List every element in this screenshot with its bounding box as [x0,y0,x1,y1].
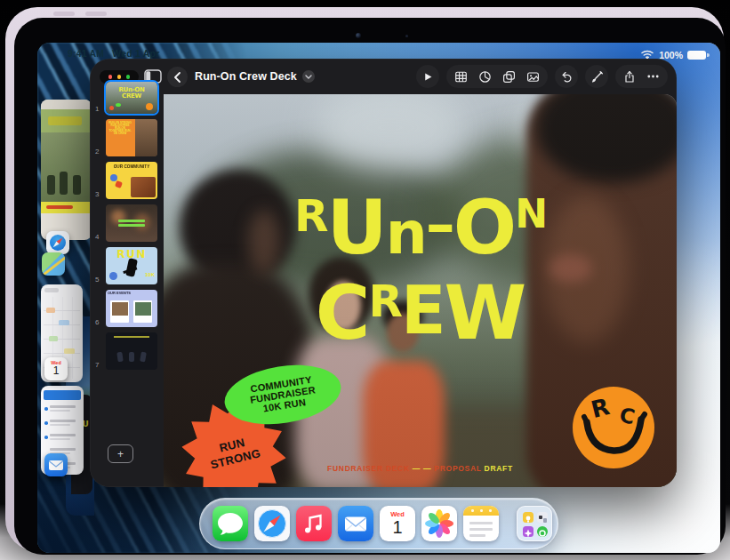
minimize-dot-icon [117,75,122,79]
notes-app-icon[interactable] [463,506,499,541]
zoom-dot-icon [126,75,131,79]
messages-app-icon[interactable] [213,506,248,541]
add-slide-button[interactable]: + [108,444,133,463]
slide-thumbnail-row: 5 RUN 10K [95,247,159,284]
slide-title-line-1[interactable]: RUn–ON [294,190,546,265]
smile-icon [573,387,654,468]
play-button[interactable] [416,65,439,88]
slide-thumbnail-row: 7 [95,332,159,370]
safari-app-icon[interactable] [254,506,290,541]
title-chevron-down-icon[interactable] [302,70,315,83]
share-button[interactable] [623,70,636,84]
more-button[interactable] [646,70,660,83]
mail-icon [44,453,68,476]
slide-number: 6 [95,318,99,326]
slide-number: 3 [95,190,99,198]
close-dot-icon [108,75,113,79]
share-more-group [615,65,668,88]
back-button[interactable] [167,67,188,87]
shapes-button[interactable] [502,70,516,84]
mail-app-icon[interactable] [338,506,373,541]
insert-group [446,65,548,88]
document-title[interactable]: Run-On Crew Deck [195,59,315,94]
chart-button[interactable] [478,70,492,84]
slide-thumbnail-1[interactable]: RUn-ONCREW [106,82,157,114]
media-button[interactable] [526,70,540,84]
slide-thumbnail-4[interactable] [106,204,157,242]
app-preview-safari[interactable] [41,100,92,240]
front-camera [356,33,361,38]
slide-thumbnail-row: 2 RUN-ON STRONG RUN-ON FREE RUN-ON TOGET… [95,119,159,156]
slide-thumbnail-7[interactable] [106,332,157,370]
safari-icon [46,231,69,254]
slide-thumbnail-row: 3 OUR COMMUNITY [95,162,159,199]
slide-thumbnail-6[interactable]: OUR EVENTS [106,290,157,327]
music-app-icon[interactable] [296,506,332,541]
slide-number: 1 [95,105,99,113]
calendar-app-icon[interactable]: Wed1 [380,506,415,541]
keynote-window[interactable]: Run-On Crew Deck [90,59,677,487]
slide-number: 7 [95,361,99,369]
slide-number: 2 [95,148,99,156]
slide-thumbnail-row: 6 OUR EVENTS [95,290,159,327]
camera-sensor [405,35,408,37]
slide-number: 4 [95,233,99,241]
slide-thumbnail-5[interactable]: RUN 10K [106,247,157,284]
format-brush-button[interactable] [585,65,608,88]
screen: 9:41 AMWed 1 Apr 100% [37,43,720,553]
status-time: 9:41 AM [68,48,104,59]
slide-canvas[interactable]: RUn–ON CREW RUNSTRONG COMMUNITY FUNDRAIS… [164,94,677,487]
rc-smiley-sticker[interactable]: R C [573,387,654,468]
dock: Wed1 [199,498,558,549]
photos-app-icon[interactable] [421,506,457,541]
ipad-device: 9:41 AMWed 1 Apr 100% [5,7,724,551]
document-title-label: Run-On Crew Deck [195,70,297,83]
calendar-icon: Wed1 [44,357,68,380]
volume-down-button [85,12,107,16]
slide-title-line-2[interactable]: CREW [316,276,525,350]
volume-up-button [53,12,75,16]
undo-button[interactable] [555,65,578,88]
slide-thumbnail-row: 1 RUn-ONCREW [95,82,159,114]
slide-thumbnail-3[interactable]: OUR COMMUNITY [106,162,157,199]
battery-icon [687,51,706,60]
slide-number: 5 [95,276,99,284]
slide-thumbnail-2[interactable]: RUN-ON STRONG RUN-ON FREE RUN-ON TOGETHE… [106,119,157,156]
status-date: Wed 1 Apr [112,48,159,59]
front-bezel: 9:41 AMWed 1 Apr 100% [14,18,726,555]
maps-icon [42,252,65,276]
slide-thumbnail-row: 4 [95,204,159,242]
table-button[interactable] [454,70,468,84]
app-library-icon[interactable] [517,506,552,541]
